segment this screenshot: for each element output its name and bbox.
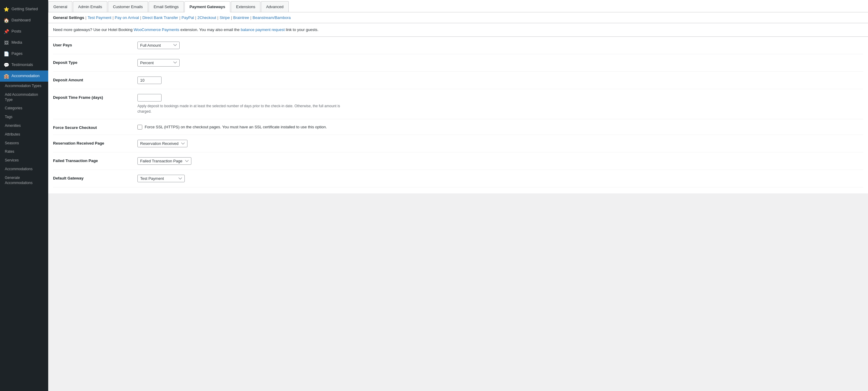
testimonials-icon: 💬: [4, 62, 9, 68]
sidebar-item-dashboard[interactable]: 🏠Dashboard: [0, 15, 48, 26]
sidebar-item-label: Pages: [11, 51, 23, 56]
sidebar-item-label: Dashboard: [11, 18, 31, 23]
sidebar-item-pages[interactable]: 📄Pages: [0, 48, 48, 59]
woocommerce-payments-link[interactable]: WooCommerce Payments: [133, 27, 179, 32]
checkbox-row-force-secure-checkout: Force SSL (HTTPS) on the checkout pages.…: [137, 124, 863, 130]
select-failed-transaction-page[interactable]: Failed Transaction PageHomeContact: [137, 157, 191, 165]
sidebar-sub-item-accommodation-types[interactable]: Accommodation Types: [0, 82, 48, 90]
setting-row-failed-transaction-page: Failed Transaction PageFailed Transactio…: [53, 153, 863, 170]
setting-label-default-gateway: Default Gateway: [53, 175, 137, 181]
setting-label-user-pays: User Pays: [53, 41, 137, 47]
sidebar-item-label: Media: [11, 40, 22, 45]
sidebar-item-media[interactable]: 🖼Media: [0, 37, 48, 48]
setting-control-deposit-type: PercentFixed: [137, 59, 863, 67]
subnav-item-test-payment[interactable]: Test Payment: [88, 15, 112, 20]
setting-control-deposit-amount: [137, 76, 863, 84]
setting-row-user-pays: User PaysFull AmountDeposit: [53, 37, 863, 54]
subnav-item-braintree[interactable]: Braintree: [233, 15, 249, 20]
sidebar-item-testimonials[interactable]: 💬Testimonials: [0, 59, 48, 70]
sidebar-header: [0, 0, 48, 4]
tab-email-settings[interactable]: Email Settings: [149, 1, 184, 12]
input-deposit-time-frame[interactable]: [137, 94, 161, 101]
hint-deposit-time-frame: Apply deposit to bookings made in at lea…: [137, 103, 348, 114]
sub-nav-separator: |: [217, 15, 218, 20]
sidebar-item-accommodation[interactable]: 🏨Accommodation: [0, 70, 48, 82]
sidebar: ⭐Getting Started🏠Dashboard📌Posts🖼Media📄P…: [0, 0, 48, 391]
tab-advanced[interactable]: Advanced: [261, 1, 289, 12]
sidebar-item-label: Posts: [11, 29, 22, 34]
info-text-before: Need more gateways? Use our Hotel Bookin…: [53, 27, 133, 32]
setting-row-reservation-received-page: Reservation Received PageReservation Rec…: [53, 135, 863, 153]
setting-label-deposit-time-frame: Deposit Time Frame (days): [53, 94, 137, 100]
sub-nav-separator: |: [250, 15, 251, 20]
subnav-item-stripe[interactable]: Stripe: [219, 15, 230, 20]
getting-started-icon: ⭐: [4, 6, 9, 12]
sidebar-item-label: Accommodation: [11, 73, 39, 78]
select-reservation-received-page[interactable]: Reservation ReceivedHomeContact: [137, 140, 187, 147]
info-text-middle: extension. You may also email the: [179, 27, 241, 32]
sidebar-sub-item-categories[interactable]: Categories: [0, 104, 48, 113]
select-deposit-type[interactable]: PercentFixed: [137, 59, 180, 67]
sidebar-item-posts[interactable]: 📌Posts: [0, 26, 48, 37]
dashboard-icon: 🏠: [4, 17, 9, 24]
settings-wrap: User PaysFull AmountDepositDeposit TypeP…: [48, 37, 868, 194]
setting-label-reservation-received-page: Reservation Received Page: [53, 140, 137, 145]
info-text-after: link to your guests.: [285, 27, 318, 32]
subnav-item-beanstream-bambora[interactable]: Beanstream/Bambora: [253, 15, 290, 20]
main-content: GeneralAdmin EmailsCustomer EmailsEmail …: [48, 0, 868, 391]
setting-control-user-pays: Full AmountDeposit: [137, 41, 863, 49]
sidebar-sub-menu: Accommodation TypesAdd Accommodation Typ…: [0, 82, 48, 187]
accommodation-icon: 🏨: [4, 73, 9, 79]
sidebar-sub-item-add-accommodation-type[interactable]: Add Accommodation Type: [0, 90, 48, 104]
page-wrap: GeneralAdmin EmailsCustomer EmailsEmail …: [48, 0, 868, 193]
sub-nav-separator: |: [113, 15, 113, 20]
sidebar-sub-item-services[interactable]: Services: [0, 156, 48, 165]
sidebar-item-getting-started[interactable]: ⭐Getting Started: [0, 4, 48, 15]
media-icon: 🖼: [4, 39, 9, 46]
sub-nav-separator: |: [231, 15, 232, 20]
pages-icon: 📄: [4, 51, 9, 57]
tab-extensions[interactable]: Extensions: [231, 1, 260, 12]
setting-row-deposit-type: Deposit TypePercentFixed: [53, 54, 863, 72]
sub-nav-separator: |: [195, 15, 196, 20]
subnav-item-paypal[interactable]: PayPal: [181, 15, 194, 20]
sub-nav-separator: |: [85, 15, 86, 20]
sidebar-item-label: Testimonials: [11, 62, 33, 67]
setting-label-failed-transaction-page: Failed Transaction Page: [53, 157, 137, 163]
setting-row-default-gateway: Default GatewayTest PaymentPay on Arriva…: [53, 170, 863, 187]
setting-row-deposit-time-frame: Deposit Time Frame (days)Apply deposit t…: [53, 89, 863, 119]
setting-control-default-gateway: Test PaymentPay on ArrivalDirect Bank Tr…: [137, 175, 863, 182]
sidebar-item-label: Getting Started: [11, 6, 38, 12]
input-deposit-amount[interactable]: [137, 76, 161, 84]
setting-control-deposit-time-frame: Apply deposit to bookings made in at lea…: [137, 94, 863, 114]
balance-payment-link[interactable]: balance payment request: [241, 27, 285, 32]
tab-general[interactable]: General: [48, 1, 72, 12]
select-default-gateway[interactable]: Test PaymentPay on ArrivalDirect Bank Tr…: [137, 175, 185, 182]
setting-row-deposit-amount: Deposit Amount: [53, 72, 863, 89]
posts-icon: 📌: [4, 28, 9, 35]
checkbox-label-force-secure-checkout: Force SSL (HTTPS) on the checkout pages.…: [145, 124, 327, 130]
sidebar-sub-item-accommodations[interactable]: Accommodations: [0, 165, 48, 173]
select-user-pays[interactable]: Full AmountDeposit: [137, 41, 180, 49]
setting-control-reservation-received-page: Reservation ReceivedHomeContact: [137, 140, 863, 147]
setting-label-deposit-type: Deposit Type: [53, 59, 137, 65]
tabs-bar: GeneralAdmin EmailsCustomer EmailsEmail …: [48, 0, 868, 12]
setting-row-force-secure-checkout: Force Secure CheckoutForce SSL (HTTPS) o…: [53, 119, 863, 135]
sidebar-sub-item-seasons[interactable]: Seasons: [0, 139, 48, 148]
setting-label-force-secure-checkout: Force Secure Checkout: [53, 124, 137, 130]
sidebar-sub-item-tags[interactable]: Tags: [0, 113, 48, 121]
sidebar-sub-item-rates[interactable]: Rates: [0, 147, 48, 156]
sidebar-sub-item-amenities[interactable]: Amenities: [0, 121, 48, 130]
sidebar-sub-item-attributes[interactable]: Attributes: [0, 130, 48, 139]
setting-control-force-secure-checkout: Force SSL (HTTPS) on the checkout pages.…: [137, 124, 863, 130]
checkbox-force-secure-checkout[interactable]: [137, 125, 142, 130]
subnav-item-2checkout[interactable]: 2Checkout: [197, 15, 216, 20]
tab-customer-emails[interactable]: Customer Emails: [108, 1, 148, 12]
sidebar-sub-item-generate-accommodations[interactable]: Generate Accommodations: [0, 173, 48, 187]
subnav-item-general-settings[interactable]: General Settings: [53, 15, 84, 20]
setting-control-failed-transaction-page: Failed Transaction PageHomeContact: [137, 157, 863, 165]
subnav-item-pay-on-arrival[interactable]: Pay on Arrival: [115, 15, 139, 20]
tab-payment-gateways[interactable]: Payment Gateways: [184, 1, 230, 12]
subnav-item-direct-bank-transfer[interactable]: Direct Bank Transfer: [142, 15, 178, 20]
tab-admin-emails[interactable]: Admin Emails: [73, 1, 107, 12]
